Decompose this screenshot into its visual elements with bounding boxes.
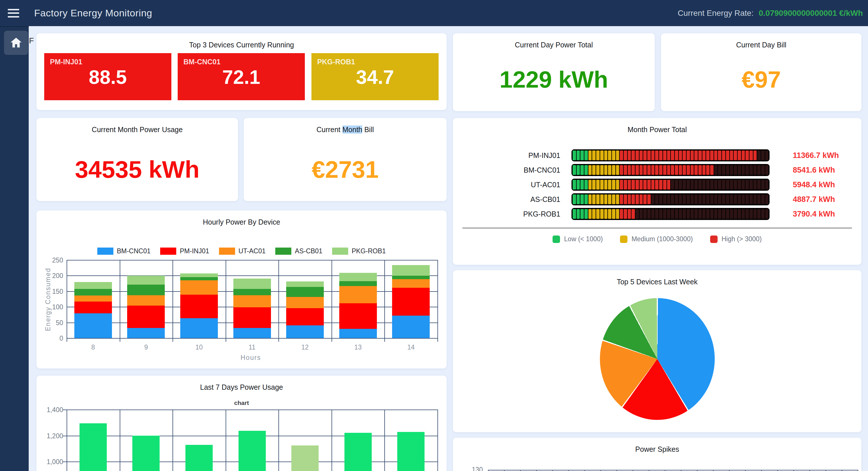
gauge-segment [761, 165, 765, 175]
gauge-segment [706, 165, 710, 175]
stacked-bar-segment [234, 307, 271, 328]
gauge-segment [683, 150, 686, 160]
gauge-segment [714, 195, 718, 204]
gauge-bar [571, 193, 770, 205]
gauge-segment [616, 180, 619, 189]
device-tile-label: PKG-ROB1 [317, 58, 355, 66]
stacked-bar-segment [74, 296, 112, 301]
legend-item: Medium (1000-3000) [620, 235, 693, 243]
gauge-segment [600, 150, 603, 160]
x-axis-tick [120, 338, 120, 342]
stacked-bar-segment [74, 313, 112, 338]
stacked-bar-segment [74, 289, 112, 296]
gauge-segment [655, 180, 658, 189]
x-axis-tick [761, 470, 762, 471]
gauge-segment [734, 180, 737, 189]
legend-item: Low (< 1000) [553, 235, 603, 243]
gauge-segment [699, 180, 702, 189]
gauge-segment [738, 150, 741, 160]
gauge-segment [671, 165, 674, 175]
gauge-segment [691, 150, 694, 160]
gauge-segment [734, 165, 737, 175]
gauge-segment [663, 195, 666, 204]
device-tile: PM-INJ0188.5 [44, 53, 172, 100]
gauge-segment [726, 150, 730, 160]
gauge-segment [742, 150, 745, 160]
gauge-segment [694, 209, 698, 219]
gauge-bar [571, 164, 770, 176]
device-tile-value: 72.1 [178, 66, 305, 88]
gauge-row: UT-AC015948.4 kWh [453, 179, 861, 191]
gauge-segment [636, 165, 639, 175]
gridline [437, 260, 438, 338]
gauge-segment [722, 209, 725, 219]
x-axis-tick [536, 470, 537, 471]
gauge-bar [571, 149, 770, 161]
card-hourly-power: Hourly Power By Device BM-CNC01PM-INJ01U… [36, 210, 446, 369]
card-top3-devices: Top 3 Devices Currently Running PM-INJ01… [36, 33, 446, 110]
gauge-segment [600, 165, 603, 175]
gauge-segment [702, 209, 706, 219]
gauge-segment [765, 150, 769, 160]
gauge-segment [702, 165, 706, 175]
gauge-segment [745, 180, 749, 189]
gauge-segment [726, 165, 730, 175]
stacked-bar-segment [234, 289, 271, 295]
y-axis-tick-label: 1,200 [37, 432, 63, 440]
gauge-segment [726, 209, 730, 219]
gauge-segment [659, 150, 662, 160]
month-power-usage-value: 34535 kWh [75, 156, 199, 183]
hamburger-menu-icon[interactable] [8, 9, 19, 18]
gauge-segment [651, 180, 655, 189]
gauge-segment [687, 195, 690, 204]
x-axis-tick [226, 338, 226, 342]
gauge-segment [596, 165, 600, 175]
gauge-segment [675, 165, 678, 175]
gauge-segment [572, 150, 576, 160]
gauge-segment [761, 195, 765, 204]
stacked-bar-segment [392, 265, 430, 276]
gauge-segment [757, 209, 761, 219]
gauge-segment [604, 150, 608, 160]
stacked-bar-segment [392, 279, 430, 288]
gridline [278, 410, 279, 471]
gauge-segment [671, 180, 674, 189]
gauge-row-value: 4887.7 kWh [793, 195, 835, 204]
stacked-bar-segment [286, 282, 324, 287]
x-axis-tick [713, 470, 714, 471]
x-axis-tick [600, 470, 601, 471]
x-axis-tick [437, 338, 438, 342]
x-axis-tick [826, 470, 826, 471]
gauge-segment [683, 195, 686, 204]
gauge-segment [592, 180, 596, 189]
gauge-segment [710, 180, 714, 189]
gridline [67, 410, 67, 471]
gauge-segment [722, 195, 725, 204]
gauge-segment [761, 180, 765, 189]
legend-label: Low (< 1000) [564, 235, 603, 243]
gauge-segment [671, 209, 674, 219]
sidebar-item-home[interactable] [4, 31, 28, 55]
x-axis-tick [584, 470, 585, 471]
gauge-segment [572, 195, 576, 204]
card-last-7-days: Last 7 Days Power Usage chart 1,4001,200… [36, 376, 446, 471]
gauge-segment [612, 165, 615, 175]
gauge-segment [679, 195, 682, 204]
x-axis-tick-label: 12 [286, 344, 324, 351]
gauge-segment [749, 150, 753, 160]
gauge-segment [667, 195, 671, 204]
gauge-segment [753, 209, 757, 219]
gauge-segment [745, 209, 749, 219]
gauge-segment [699, 150, 702, 160]
x-axis-tick [67, 338, 67, 342]
gauge-bar [571, 179, 770, 191]
gauge-segment [655, 150, 658, 160]
week-bar [397, 432, 425, 471]
gauge-segment [608, 195, 611, 204]
gauge-segment [718, 180, 721, 189]
x-axis-tick [173, 338, 173, 342]
gauge-row: AS-CB014887.7 kWh [453, 193, 861, 205]
gauge-segment [651, 150, 655, 160]
day-power-total-value: 1229 kWh [499, 66, 608, 93]
card-power-spikes: Power Spikes 130 [453, 438, 861, 471]
